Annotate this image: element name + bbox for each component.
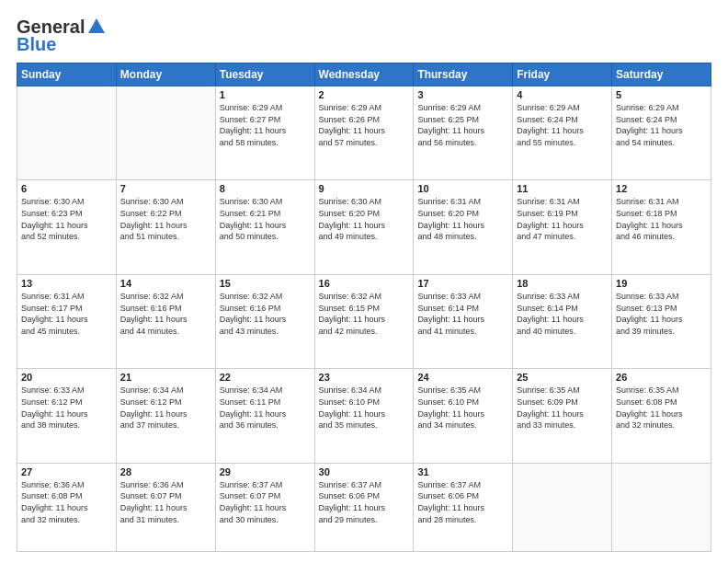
calendar-cell: 26Sunrise: 6:35 AM Sunset: 6:08 PM Dayli… — [612, 369, 711, 463]
calendar-cell: 1Sunrise: 6:29 AM Sunset: 6:27 PM Daylig… — [215, 86, 314, 180]
weekday-monday: Monday — [116, 63, 215, 86]
day-info: Sunrise: 6:29 AM Sunset: 6:25 PM Dayligh… — [417, 102, 508, 148]
day-number: 4 — [517, 89, 608, 100]
day-info: Sunrise: 6:29 AM Sunset: 6:24 PM Dayligh… — [616, 102, 707, 148]
calendar-cell: 29Sunrise: 6:37 AM Sunset: 6:07 PM Dayli… — [215, 463, 314, 551]
week-row-2: 13Sunrise: 6:31 AM Sunset: 6:17 PM Dayli… — [17, 274, 711, 368]
day-info: Sunrise: 6:37 AM Sunset: 6:06 PM Dayligh… — [417, 479, 508, 525]
day-info: Sunrise: 6:33 AM Sunset: 6:14 PM Dayligh… — [517, 291, 608, 337]
calendar-cell: 12Sunrise: 6:31 AM Sunset: 6:18 PM Dayli… — [612, 180, 711, 274]
day-info: Sunrise: 6:31 AM Sunset: 6:18 PM Dayligh… — [616, 196, 707, 242]
calendar-cell: 2Sunrise: 6:29 AM Sunset: 6:26 PM Daylig… — [314, 86, 414, 180]
day-number: 13 — [21, 278, 112, 289]
calendar-cell: 4Sunrise: 6:29 AM Sunset: 6:24 PM Daylig… — [513, 86, 612, 180]
calendar-cell: 27Sunrise: 6:36 AM Sunset: 6:08 PM Dayli… — [17, 463, 117, 551]
day-info: Sunrise: 6:29 AM Sunset: 6:27 PM Dayligh… — [220, 102, 311, 148]
calendar-cell: 14Sunrise: 6:32 AM Sunset: 6:16 PM Dayli… — [116, 274, 215, 368]
day-info: Sunrise: 6:31 AM Sunset: 6:20 PM Dayligh… — [417, 196, 508, 242]
calendar-cell: 20Sunrise: 6:33 AM Sunset: 6:12 PM Dayli… — [17, 369, 117, 463]
day-number: 10 — [417, 183, 508, 194]
calendar-cell: 30Sunrise: 6:37 AM Sunset: 6:06 PM Dayli… — [314, 463, 414, 551]
day-info: Sunrise: 6:34 AM Sunset: 6:10 PM Dayligh… — [319, 385, 410, 431]
calendar-cell: 22Sunrise: 6:34 AM Sunset: 6:11 PM Dayli… — [215, 369, 314, 463]
calendar-cell: 18Sunrise: 6:33 AM Sunset: 6:14 PM Dayli… — [513, 274, 612, 368]
calendar-cell: 31Sunrise: 6:37 AM Sunset: 6:06 PM Dayli… — [414, 463, 513, 551]
calendar-cell: 19Sunrise: 6:33 AM Sunset: 6:13 PM Dayli… — [612, 274, 711, 368]
day-number: 28 — [120, 466, 211, 477]
day-number: 21 — [120, 372, 211, 383]
week-row-0: 1Sunrise: 6:29 AM Sunset: 6:27 PM Daylig… — [17, 86, 711, 180]
weekday-wednesday: Wednesday — [314, 63, 414, 86]
day-number: 12 — [616, 183, 707, 194]
day-info: Sunrise: 6:30 AM Sunset: 6:20 PM Dayligh… — [319, 196, 410, 242]
calendar-cell — [116, 86, 215, 180]
day-number: 18 — [517, 278, 608, 289]
day-info: Sunrise: 6:34 AM Sunset: 6:12 PM Dayligh… — [120, 385, 211, 431]
weekday-saturday: Saturday — [612, 63, 711, 86]
day-info: Sunrise: 6:35 AM Sunset: 6:08 PM Dayligh… — [616, 385, 707, 431]
day-info: Sunrise: 6:33 AM Sunset: 6:12 PM Dayligh… — [21, 385, 112, 431]
day-info: Sunrise: 6:29 AM Sunset: 6:24 PM Dayligh… — [517, 102, 608, 148]
day-info: Sunrise: 6:36 AM Sunset: 6:08 PM Dayligh… — [21, 479, 112, 525]
calendar-cell: 25Sunrise: 6:35 AM Sunset: 6:09 PM Dayli… — [513, 369, 612, 463]
day-number: 27 — [21, 466, 112, 477]
day-info: Sunrise: 6:36 AM Sunset: 6:07 PM Dayligh… — [120, 479, 211, 525]
day-info: Sunrise: 6:31 AM Sunset: 6:17 PM Dayligh… — [21, 291, 112, 337]
day-info: Sunrise: 6:33 AM Sunset: 6:14 PM Dayligh… — [417, 291, 508, 337]
day-info: Sunrise: 6:33 AM Sunset: 6:13 PM Dayligh… — [616, 291, 707, 337]
day-number: 20 — [21, 372, 112, 383]
calendar-cell: 8Sunrise: 6:30 AM Sunset: 6:21 PM Daylig… — [215, 180, 314, 274]
day-number: 17 — [417, 278, 508, 289]
page: General Blue SundayMondayTuesdayWednesda… — [0, 0, 728, 563]
day-number: 3 — [417, 89, 508, 100]
day-number: 19 — [616, 278, 707, 289]
week-row-3: 20Sunrise: 6:33 AM Sunset: 6:12 PM Dayli… — [17, 369, 711, 463]
day-number: 31 — [417, 466, 508, 477]
day-number: 16 — [319, 278, 410, 289]
day-info: Sunrise: 6:30 AM Sunset: 6:23 PM Dayligh… — [21, 196, 112, 242]
calendar-table: SundayMondayTuesdayWednesdayThursdayFrid… — [17, 63, 711, 552]
day-number: 2 — [319, 89, 410, 100]
day-number: 9 — [319, 183, 410, 194]
day-number: 24 — [417, 372, 508, 383]
day-number: 22 — [220, 372, 311, 383]
header: General Blue — [17, 17, 711, 55]
day-info: Sunrise: 6:37 AM Sunset: 6:06 PM Dayligh… — [319, 479, 410, 525]
day-number: 29 — [220, 466, 311, 477]
week-row-1: 6Sunrise: 6:30 AM Sunset: 6:23 PM Daylig… — [17, 180, 711, 274]
day-number: 14 — [120, 278, 211, 289]
calendar-cell: 21Sunrise: 6:34 AM Sunset: 6:12 PM Dayli… — [116, 369, 215, 463]
calendar-cell: 16Sunrise: 6:32 AM Sunset: 6:15 PM Dayli… — [314, 274, 414, 368]
weekday-sunday: Sunday — [17, 63, 117, 86]
day-number: 23 — [319, 372, 410, 383]
day-number: 25 — [517, 372, 608, 383]
calendar-cell: 5Sunrise: 6:29 AM Sunset: 6:24 PM Daylig… — [612, 86, 711, 180]
calendar-cell — [612, 463, 711, 551]
day-number: 15 — [220, 278, 311, 289]
day-number: 30 — [319, 466, 410, 477]
calendar-cell: 7Sunrise: 6:30 AM Sunset: 6:22 PM Daylig… — [116, 180, 215, 274]
day-info: Sunrise: 6:35 AM Sunset: 6:10 PM Dayligh… — [417, 385, 508, 431]
day-number: 1 — [220, 89, 311, 100]
weekday-friday: Friday — [513, 63, 612, 86]
day-info: Sunrise: 6:37 AM Sunset: 6:07 PM Dayligh… — [220, 479, 311, 525]
day-info: Sunrise: 6:30 AM Sunset: 6:22 PM Dayligh… — [120, 196, 211, 242]
logo-icon — [86, 17, 107, 37]
day-info: Sunrise: 6:32 AM Sunset: 6:16 PM Dayligh… — [220, 291, 311, 337]
logo: General Blue — [17, 17, 107, 55]
calendar-cell: 17Sunrise: 6:33 AM Sunset: 6:14 PM Dayli… — [414, 274, 513, 368]
day-number: 5 — [616, 89, 707, 100]
weekday-header-row: SundayMondayTuesdayWednesdayThursdayFrid… — [17, 63, 711, 86]
day-info: Sunrise: 6:34 AM Sunset: 6:11 PM Dayligh… — [220, 385, 311, 431]
calendar-cell: 13Sunrise: 6:31 AM Sunset: 6:17 PM Dayli… — [17, 274, 117, 368]
day-number: 8 — [220, 183, 311, 194]
week-row-4: 27Sunrise: 6:36 AM Sunset: 6:08 PM Dayli… — [17, 463, 711, 551]
calendar-cell — [513, 463, 612, 551]
day-number: 11 — [517, 183, 608, 194]
calendar-cell: 9Sunrise: 6:30 AM Sunset: 6:20 PM Daylig… — [314, 180, 414, 274]
day-info: Sunrise: 6:30 AM Sunset: 6:21 PM Dayligh… — [220, 196, 311, 242]
day-info: Sunrise: 6:32 AM Sunset: 6:15 PM Dayligh… — [319, 291, 410, 337]
calendar-cell: 11Sunrise: 6:31 AM Sunset: 6:19 PM Dayli… — [513, 180, 612, 274]
calendar-cell: 3Sunrise: 6:29 AM Sunset: 6:25 PM Daylig… — [414, 86, 513, 180]
weekday-thursday: Thursday — [414, 63, 513, 86]
